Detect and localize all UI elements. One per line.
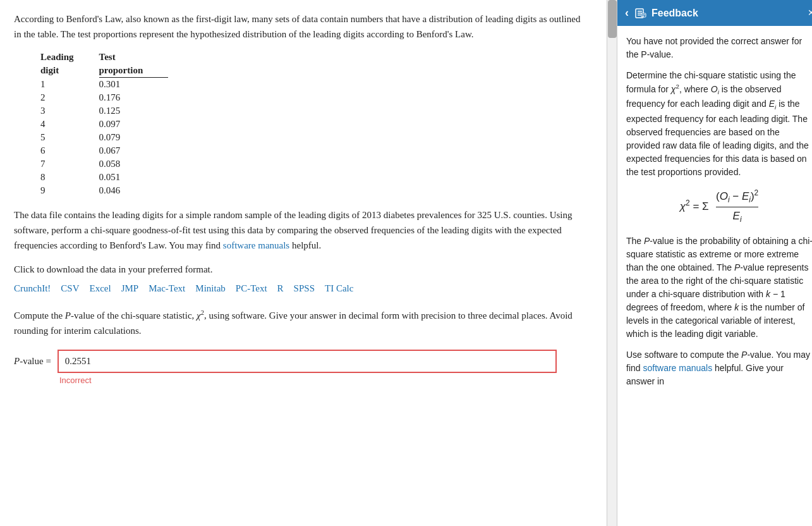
table-cell-digit: 7 — [40, 157, 99, 171]
chi-square-formula: χ2 = Σ (Oi − Ei)2 Ei — [626, 188, 812, 226]
table-cell-proportion: 0.058 — [99, 157, 169, 171]
download-link[interactable]: SPSS — [294, 283, 315, 294]
benford-table: Leading Test digit proportion 10.30120.1… — [40, 51, 168, 197]
feedback-doc-icon — [635, 8, 646, 18]
close-button[interactable]: × — [808, 6, 812, 20]
download-link[interactable]: JMP — [121, 283, 139, 294]
table-cell-digit: 5 — [40, 131, 99, 144]
table-row: 90.046 — [40, 184, 168, 197]
data-text: The data file contains the leading digit… — [14, 207, 589, 253]
svg-rect-5 — [642, 15, 645, 15]
table-cell-proportion: 0.097 — [99, 118, 169, 131]
software-manuals-link[interactable]: software manuals — [223, 240, 289, 250]
table-row: 70.058 — [40, 157, 168, 171]
feedback-para1: You have not provided the correct answer… — [626, 35, 812, 61]
feedback-para3: The P-value is the probability of obtain… — [626, 235, 812, 341]
col2-header-line1: Test — [99, 51, 169, 64]
data-text-2: helpful. — [289, 240, 321, 250]
download-link[interactable]: Mac-Text — [148, 283, 185, 294]
download-link[interactable]: CrunchIt! — [14, 283, 51, 294]
table-row: 30.125 — [40, 104, 168, 118]
download-links: CrunchIt!CSVExcelJMPMac-TextMinitabPC-Te… — [14, 283, 589, 294]
table-cell-proportion: 0.301 — [99, 78, 169, 92]
feedback-title: Feedback — [651, 8, 698, 19]
download-link[interactable]: Excel — [90, 283, 111, 294]
software-manuals-link-2[interactable]: software manuals — [643, 363, 712, 373]
pvalue-label: P-value = — [14, 356, 51, 367]
table-cell-proportion: 0.079 — [99, 131, 169, 144]
click-download-text: Click to download the data in your prefe… — [14, 262, 589, 277]
compute-chi: χ — [197, 310, 201, 321]
col2-header-line2: proportion — [99, 64, 169, 78]
svg-rect-3 — [638, 15, 641, 16]
table-cell-digit: 9 — [40, 184, 99, 197]
pvalue-input-wrap — [58, 350, 557, 373]
svg-rect-1 — [638, 11, 642, 12]
download-link[interactable]: CSV — [61, 283, 79, 294]
table-cell-digit: 4 — [40, 118, 99, 131]
table-cell-digit: 1 — [40, 78, 99, 92]
download-link[interactable]: PC-Text — [236, 283, 267, 294]
table-cell-proportion: 0.125 — [99, 104, 169, 118]
table-cell-digit: 6 — [40, 144, 99, 157]
table-cell-proportion: 0.067 — [99, 144, 169, 157]
table-row: 20.176 — [40, 91, 168, 104]
table-cell-proportion: 0.051 — [99, 171, 169, 184]
pvalue-input[interactable] — [58, 350, 557, 373]
table-row: 10.301 — [40, 78, 168, 92]
left-panel: According to Benford's Law, also known a… — [0, 0, 607, 526]
feedback-header-left: ‹ Feedback — [625, 6, 698, 20]
compute-prefix: Compute the — [14, 310, 65, 321]
table-cell-digit: 8 — [40, 171, 99, 184]
svg-rect-6 — [642, 16, 644, 16]
back-arrow-icon[interactable]: ‹ — [625, 6, 629, 20]
feedback-header: ‹ Feedback × — [617, 0, 812, 26]
table-cell-proportion: 0.046 — [99, 184, 169, 197]
compute-text: Compute the P-value of the chi-square st… — [14, 308, 589, 338]
pvalue-row: P-value = — [14, 350, 589, 373]
scrollbar-track[interactable] — [607, 0, 617, 526]
intro-text: According to Benford's Law, also known a… — [14, 11, 589, 42]
feedback-para2: Determine the chi-square statistic using… — [626, 69, 812, 179]
compute-P: P — [65, 310, 71, 321]
table-cell-proportion: 0.176 — [99, 91, 169, 104]
download-link[interactable]: TI Calc — [325, 283, 353, 294]
right-panel: ‹ Feedback × You have not provided the c… — [617, 0, 812, 526]
col1-header-line1: Leading — [40, 51, 99, 64]
table-row: 50.079 — [40, 131, 168, 144]
download-link[interactable]: Minitab — [195, 283, 226, 294]
incorrect-label: Incorrect — [59, 376, 589, 385]
feedback-body: You have not provided the correct answer… — [617, 26, 812, 405]
table-row: 60.067 — [40, 144, 168, 157]
compute-suffix: -value of the chi-square statistic, — [71, 310, 197, 321]
download-link[interactable]: R — [277, 283, 284, 294]
table-cell-digit: 3 — [40, 104, 99, 118]
col1-header-line2: digit — [40, 64, 99, 78]
feedback-para4: Use software to compute the P-value. You… — [626, 348, 812, 388]
table-cell-digit: 2 — [40, 91, 99, 104]
table-row: 80.051 — [40, 171, 168, 184]
table-row: 40.097 — [40, 118, 168, 131]
scrollbar-thumb[interactable] — [608, 0, 617, 38]
